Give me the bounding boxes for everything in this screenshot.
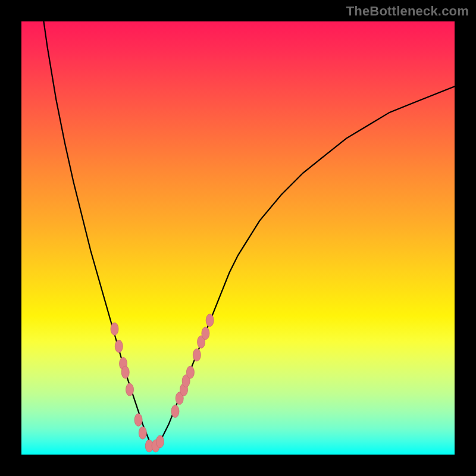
data-marker [202,327,209,340]
data-marker [139,427,146,439]
plot-area [21,21,455,455]
data-marker [193,349,201,361]
watermark-text: TheBottleneck.com [346,4,469,19]
data-marker [111,322,118,335]
chart-frame: TheBottleneck.com [0,0,476,476]
data-marker [121,366,129,378]
data-marker [115,340,123,353]
data-marker [126,383,134,396]
data-markers [111,314,214,452]
data-marker [171,405,179,418]
data-marker [206,314,214,327]
data-marker [186,366,194,378]
bottleneck-curve [21,21,455,446]
data-marker [134,414,142,426]
bottleneck-curve-svg [21,21,455,455]
data-marker [156,436,164,448]
